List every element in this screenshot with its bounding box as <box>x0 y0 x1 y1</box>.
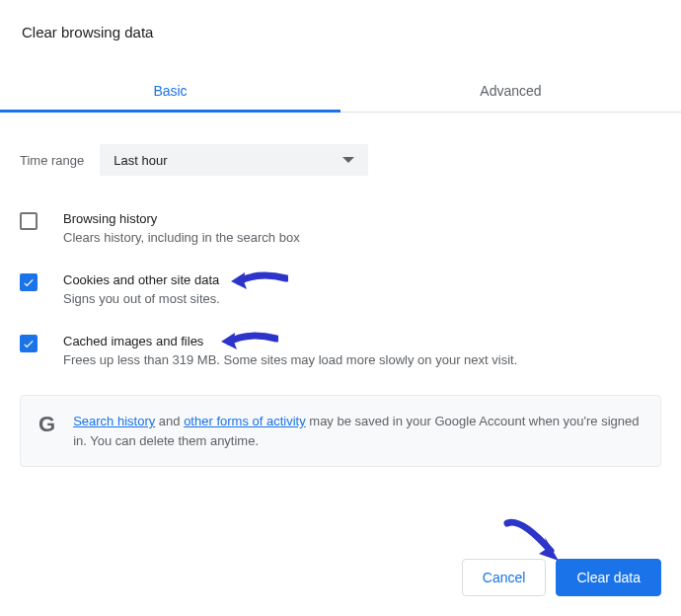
checkbox-cookies[interactable] <box>20 273 38 291</box>
checkbox-cache[interactable] <box>20 335 38 352</box>
time-range-select[interactable]: Last hour <box>100 144 368 176</box>
option-browsing-history: Browsing history Clears history, includi… <box>20 211 661 245</box>
tabs: Basic Advanced <box>0 71 681 113</box>
option-cookies: Cookies and other site data Signs you ou… <box>20 272 661 306</box>
option-title: Cookies and other site data <box>63 272 220 287</box>
chevron-down-icon <box>342 157 354 163</box>
option-title: Browsing history <box>63 211 300 226</box>
dialog-title: Clear browsing data <box>0 0 681 40</box>
time-range-row: Time range Last hour <box>20 144 661 176</box>
info-text: Search history and other forms of activi… <box>73 412 643 450</box>
option-cache: Cached images and files Frees up less th… <box>20 334 661 367</box>
option-title: Cached images and files <box>63 334 517 348</box>
tab-advanced[interactable]: Advanced <box>340 71 681 112</box>
dialog-actions: Cancel Clear data <box>462 559 661 596</box>
time-range-label: Time range <box>20 153 84 168</box>
option-desc: Clears history, including in the search … <box>63 230 300 245</box>
option-desc: Frees up less than 319 MB. Some sites ma… <box>63 352 517 367</box>
link-search-history[interactable]: Search history <box>73 414 155 428</box>
option-desc: Signs you out of most sites. <box>63 291 220 306</box>
cancel-button[interactable]: Cancel <box>462 559 547 596</box>
tab-basic[interactable]: Basic <box>0 71 340 112</box>
clear-data-button[interactable]: Clear data <box>556 559 661 596</box>
time-range-value: Last hour <box>114 153 167 168</box>
google-logo-icon: G <box>38 414 55 435</box>
checkbox-browsing-history[interactable] <box>20 212 38 230</box>
google-account-info: G Search history and other forms of acti… <box>20 395 661 467</box>
info-text-seg: and <box>155 414 184 428</box>
link-other-activity[interactable]: other forms of activity <box>184 414 306 428</box>
